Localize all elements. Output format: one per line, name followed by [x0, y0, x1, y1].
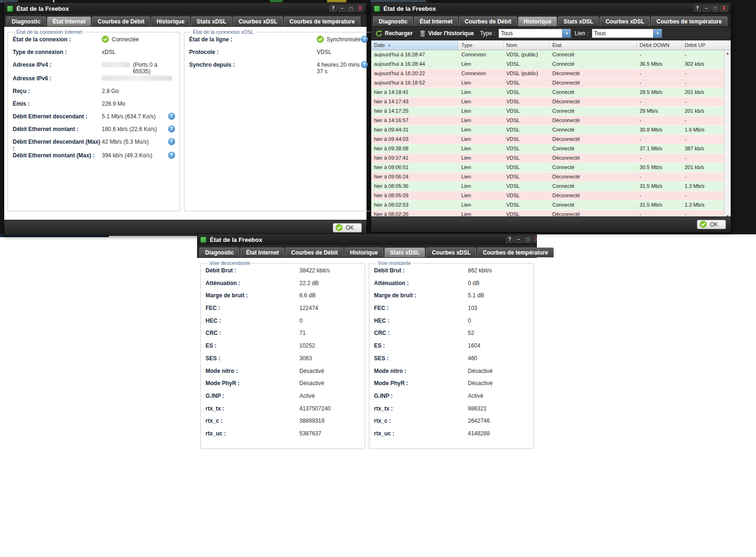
tab-tat-internet[interactable]: État Internet — [240, 248, 284, 257]
titlebar[interactable]: État de la Freebox ? – □ X — [197, 233, 537, 245]
help-button[interactable]: ? — [506, 236, 513, 243]
tab-courbes-de-temp-rature[interactable]: Courbes de température — [284, 16, 360, 26]
stat-row: Atténuation :0 dB — [374, 279, 528, 292]
tab-courbes-de-d-bit[interactable]: Courbes de Débit — [92, 16, 150, 26]
field-value-text: Désactivé — [299, 380, 324, 387]
history-cell: aujourd'hui à 16:18:52 — [371, 78, 458, 87]
column-header-tat[interactable]: État — [550, 40, 637, 50]
help-icon[interactable]: ? — [168, 152, 175, 159]
history-row[interactable]: hier à 09:44:31LienVDSLConnecté30.8 Mb/s… — [371, 125, 724, 135]
window-footer: OK — [371, 217, 731, 232]
help-icon[interactable]: ? — [168, 138, 175, 145]
close-button[interactable]: X — [533, 236, 537, 243]
history-row[interactable]: hier à 09:44:03LienVDSLDéconnecté-- — [371, 135, 724, 144]
field-value-text: 5.1 Mb/s (634.7 Ko/s) — [102, 113, 156, 120]
history-row[interactable]: hier à 08:05:09LienVDSLDéconnecté-- — [371, 191, 724, 201]
ok-button[interactable]: OK — [333, 223, 362, 232]
tab-courbes-de-d-bit[interactable]: Courbes de Débit — [285, 248, 343, 257]
titlebar[interactable]: État de la Freebox ? – □ X — [4, 3, 367, 14]
history-cell: VDSL — [504, 182, 550, 191]
history-row[interactable]: hier à 09:06:24LienVDSLDéconnecté-- — [371, 172, 724, 182]
history-row[interactable]: hier à 14:18:41LienVDSLConnecté28.5 Mb/s… — [371, 88, 724, 97]
stat-row: CRC :71 — [206, 329, 360, 342]
tab-tat-internet[interactable]: État Internet — [414, 16, 458, 26]
tab-historique[interactable]: Historique — [518, 16, 557, 26]
history-row[interactable]: hier à 08:02:53LienVDSLConnecté31.5 Mb/s… — [371, 201, 724, 210]
tab-stats-xdsl[interactable]: Stats xDSL — [558, 16, 599, 26]
minimize-button[interactable]: – — [338, 5, 346, 12]
column-header-type[interactable]: Type — [458, 40, 504, 50]
help-button[interactable]: ? — [694, 5, 701, 12]
history-cell: VDSL — [504, 172, 550, 181]
help-icon[interactable]: ? — [168, 125, 175, 132]
history-cell: VDSL (public) — [504, 50, 550, 59]
help-icon[interactable]: ? — [168, 113, 175, 120]
scroll-up-icon[interactable]: ▲ — [725, 51, 731, 55]
close-button[interactable]: X — [720, 5, 728, 12]
history-row[interactable]: aujourd'hui à 16:20:22ConnexionVDSL (pub… — [371, 69, 724, 78]
column-header-date[interactable]: Date▼ — [371, 40, 458, 50]
column-header-nom[interactable]: Nom — [504, 40, 550, 50]
close-button[interactable]: X — [356, 5, 364, 12]
maximize-button[interactable]: □ — [347, 5, 355, 12]
field-label: Débit Ethernet montant (Max) : — [13, 152, 102, 159]
tab-tat-internet[interactable]: État Internet — [47, 16, 91, 26]
stat-row: rtx_c :2642746 — [374, 417, 528, 430]
maximize-button[interactable]: □ — [524, 236, 531, 243]
history-row[interactable]: hier à 14:17:43LienVDSLDéconnecté-- — [371, 97, 724, 107]
column-header-label: Type — [461, 42, 473, 48]
titlebar[interactable]: État de la Freebox ? – □ X — [371, 3, 731, 14]
maximize-button[interactable]: □ — [711, 5, 719, 12]
tab-historique[interactable]: Historique — [344, 248, 383, 257]
field-value — [102, 75, 175, 81]
ok-button[interactable]: OK — [697, 220, 726, 229]
field-value-text: VDSL — [317, 49, 331, 55]
field-label: rtx_tx : — [206, 405, 299, 412]
vider-historique-button[interactable]: Vider l'historique — [420, 30, 473, 37]
column-header-label: Nom — [506, 42, 517, 48]
tab-diagnostic[interactable]: Diagnostic — [373, 16, 413, 26]
history-cell: Lien — [458, 116, 504, 125]
minimize-button[interactable]: – — [515, 236, 522, 243]
tab-diagnostic[interactable]: Diagnostic — [6, 16, 46, 26]
stat-row: Débit Ethernet montant (Max) :394 kb/s (… — [13, 152, 175, 164]
tab-courbes-de-temp-rature[interactable]: Courbes de température — [651, 16, 727, 26]
history-row[interactable]: hier à 09:37:41LienVDSLDéconnecté-- — [371, 154, 724, 163]
field-value: VDSL — [317, 48, 368, 55]
column-header-d-bit-up[interactable]: Débit UP — [682, 40, 731, 50]
tab-diagnostic[interactable]: Diagnostic — [199, 248, 239, 257]
history-row[interactable]: hier à 08:05:36LienVDSLConnecté31.5 Mb/s… — [371, 182, 724, 191]
field-value: Désactivé — [468, 367, 528, 374]
tab-courbes-xdsl[interactable]: Courbes xDSL — [600, 16, 650, 26]
history-cell: - — [682, 78, 724, 87]
minimize-button[interactable]: – — [703, 5, 710, 12]
history-row[interactable]: hier à 14:16:57LienVDSLDéconnecté-- — [371, 116, 724, 125]
history-row[interactable]: hier à 14:17:25LienVDSLConnecté29 Mb/s20… — [371, 107, 724, 116]
help-icon[interactable]: ? — [361, 36, 368, 43]
field-value-text: 122474 — [299, 305, 318, 311]
help-icon[interactable]: ? — [361, 61, 368, 68]
help-button[interactable]: ? — [329, 5, 337, 12]
tab-historique[interactable]: Historique — [151, 16, 190, 26]
vertical-scrollbar[interactable]: ▲ ▼ — [724, 50, 731, 219]
type-filter-select[interactable]: Tous ▾ — [498, 29, 571, 38]
history-row[interactable]: aujourd'hui à 16:28:47ConnexionVDSL (pub… — [371, 50, 724, 60]
recharger-button[interactable]: Recharger — [375, 30, 412, 37]
tab-stats-xdsl[interactable]: Stats xDSL — [191, 16, 232, 26]
history-cell: Connexion — [458, 50, 504, 59]
tab-stats-xdsl[interactable]: Stats xDSL — [384, 248, 425, 257]
history-cell: Connecté — [550, 144, 637, 153]
tab-courbes-xdsl[interactable]: Courbes xDSL — [426, 248, 476, 257]
tab-courbes-de-temp-rature[interactable]: Courbes de température — [477, 248, 554, 257]
lien-filter-select[interactable]: Tous ▾ — [592, 29, 662, 38]
stat-row: Protocole :VDSL — [189, 48, 368, 61]
tab-courbes-de-d-bit[interactable]: Courbes de Débit — [459, 16, 517, 26]
history-row[interactable]: hier à 09:38:08LienVDSLConnecté37.1 Mb/s… — [371, 144, 724, 154]
history-row[interactable]: aujourd'hui à 16:18:52LienVDSLDéconnecté… — [371, 78, 724, 88]
field-value: 180.6 kb/s (22.6 Ko/s) — [102, 125, 168, 132]
tab-courbes-xdsl[interactable]: Courbes xDSL — [233, 16, 283, 26]
history-row[interactable]: aujourd'hui à 16:28:44LienVDSLConnecté36… — [371, 60, 724, 69]
column-header-d-bit-down[interactable]: Débit DOWN — [637, 40, 682, 50]
history-row[interactable]: hier à 09:06:51LienVDSLConnecté30.5 Mb/s… — [371, 163, 724, 172]
field-value: Activé — [468, 392, 528, 399]
